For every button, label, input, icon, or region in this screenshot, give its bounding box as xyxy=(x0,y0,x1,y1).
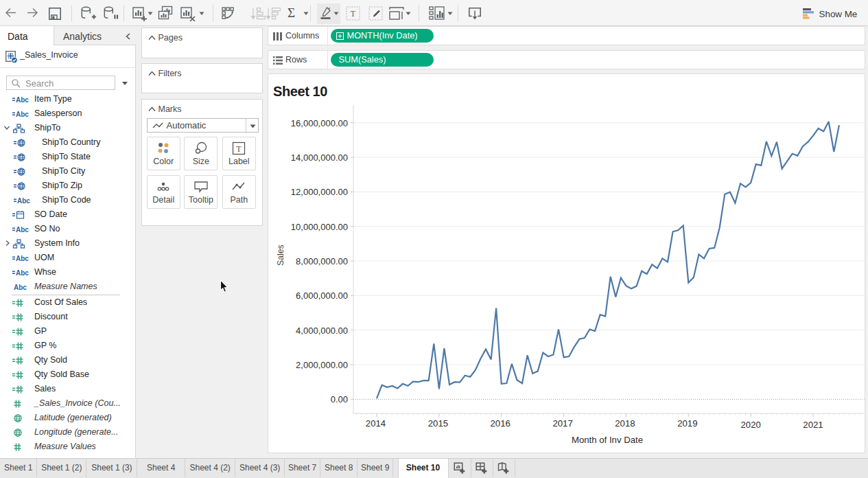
svg-text:Abc: Abc xyxy=(16,269,29,277)
svg-text:T: T xyxy=(237,144,242,154)
svg-text:Abc: Abc xyxy=(14,284,27,291)
svg-text:Abc: Abc xyxy=(17,197,30,205)
svg-text:Abc: Abc xyxy=(16,111,29,118)
svg-text:Abc: Abc xyxy=(16,226,29,234)
svg-text:Abc: Abc xyxy=(16,255,29,262)
svg-text:T: T xyxy=(351,9,356,19)
svg-text:Abc: Abc xyxy=(16,96,29,104)
